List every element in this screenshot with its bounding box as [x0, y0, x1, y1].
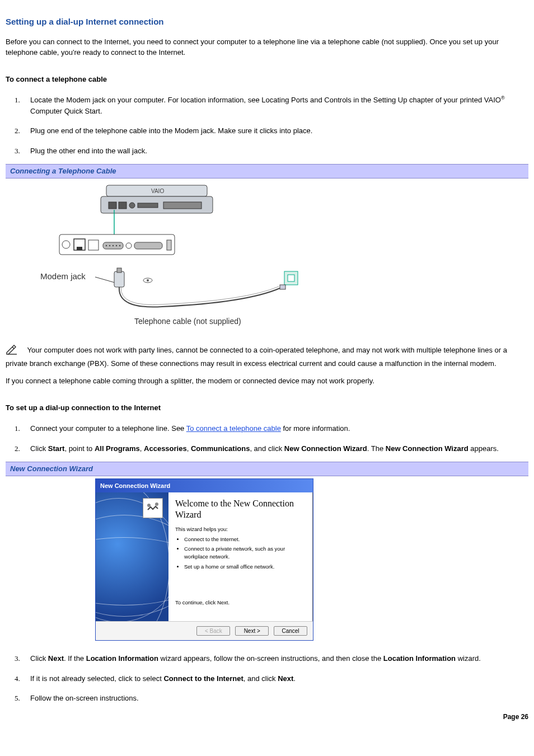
svg-rect-7	[163, 202, 202, 209]
step-text-post: for more information.	[281, 424, 350, 433]
svg-rect-28	[280, 285, 285, 289]
svg-rect-4	[119, 202, 127, 209]
svg-point-33	[155, 503, 158, 506]
wizard-titlebar: New Connection Wizard	[96, 479, 313, 493]
wizard-bullet: Connect to the Internet.	[184, 536, 306, 543]
section-1-heading: To connect a telephone cable	[6, 74, 528, 85]
svg-point-30	[147, 279, 149, 281]
page-title: Setting up a dial-up Internet connection	[6, 16, 528, 29]
note-text: Your computer does not work with party l…	[6, 346, 507, 368]
step-number: 3.	[15, 653, 20, 664]
figure-1-caption-bar: Connecting a Telephone Cable	[6, 164, 528, 179]
modem-jack-label: Modem jack	[40, 271, 86, 281]
svg-rect-6	[138, 203, 158, 208]
wizard-bullet: Connect to a private network, such as yo…	[184, 545, 306, 561]
svg-text:VAIO: VAIO	[151, 188, 164, 194]
step-text: Follow the on-screen instructions.	[30, 694, 139, 702]
t: . If the	[64, 654, 86, 663]
t: wizard appears, follow the on-screen ins…	[158, 654, 383, 663]
step-text: Locate the Modem jack on your computer. …	[30, 96, 501, 104]
step-number: 5.	[15, 693, 20, 704]
figure-1-illustration: VAIO Modem jack	[34, 181, 528, 335]
step-number: 1.	[15, 423, 20, 434]
t: New Connection Wizard	[386, 444, 469, 453]
t: Next	[278, 674, 293, 683]
next-button[interactable]: Next >	[235, 626, 269, 636]
page-number: Page 26	[6, 712, 528, 722]
wizard-bullet-list: Connect to the Internet. Connect to a pr…	[175, 536, 306, 571]
t: appears.	[469, 444, 499, 453]
step-text: Connect your computer to a telephone lin…	[30, 424, 186, 433]
list-item: 3. Plug the other end into the wall jack…	[28, 141, 528, 161]
list-item: 1. Locate the Modem jack on your compute…	[28, 90, 528, 121]
laptop-icon: VAIO	[101, 185, 213, 213]
svg-rect-27	[288, 275, 294, 281]
t: Location Information	[383, 654, 456, 663]
svg-rect-3	[109, 202, 116, 209]
t: Start	[48, 444, 65, 453]
svg-rect-13	[88, 240, 99, 250]
svg-point-32	[147, 504, 151, 507]
step-number: 2.	[15, 443, 20, 454]
list-item: 3. Click Next. If the Location Informati…	[28, 649, 528, 669]
svg-rect-22	[167, 240, 171, 250]
svg-point-17	[113, 245, 114, 246]
note-pencil-icon	[6, 345, 21, 358]
t: , and click	[243, 674, 278, 683]
registered-mark: ®	[501, 95, 505, 101]
t: Communications	[191, 444, 250, 453]
back-button: < Back	[196, 626, 230, 636]
port-panel-icon	[59, 234, 175, 255]
section-2-list-continued: 3. Click Next. If the Location Informati…	[6, 649, 528, 708]
cable-label: Telephone cable (not supplied)	[134, 317, 241, 326]
wizard-help-text: This wizard helps you:	[175, 525, 306, 533]
note-paragraph-2: If you connect a telephone cable coming …	[6, 375, 528, 387]
note-paragraph-1: Your computer does not work with party l…	[6, 345, 528, 369]
t: Connect to the Internet	[163, 674, 243, 683]
list-item: 1. Connect your computer to a telephone …	[28, 419, 528, 439]
step-text: Plug the other end into the wall jack.	[30, 147, 147, 155]
step-text: Plug one end of the telephone cable into…	[30, 126, 312, 135]
t: Accessories	[144, 444, 187, 453]
wizard-main-panel: Welcome to the New Connection Wizard Thi…	[168, 492, 313, 621]
step-number: 4.	[15, 673, 20, 684]
svg-point-5	[129, 203, 135, 208]
t: .	[293, 674, 296, 683]
svg-rect-12	[77, 247, 82, 250]
t: New Connection Wizard	[284, 444, 367, 453]
wizard-dialog: New Connection Wizard Welcome to the New…	[95, 478, 313, 641]
t: Next	[48, 654, 64, 663]
svg-point-20	[126, 243, 132, 248]
svg-rect-21	[134, 242, 162, 249]
step-number: 3.	[15, 145, 20, 157]
t: ,	[140, 444, 144, 453]
svg-rect-24	[114, 271, 124, 287]
step-number: 2.	[15, 125, 20, 137]
svg-line-23	[95, 277, 115, 283]
t: Location Information	[86, 654, 158, 663]
svg-point-18	[116, 245, 117, 246]
wizard-continue-text: To continue, click Next.	[175, 599, 306, 607]
svg-point-10	[62, 241, 70, 248]
intro-paragraph: Before you can connect to the Internet, …	[6, 36, 528, 58]
cancel-button[interactable]: Cancel	[274, 626, 307, 636]
wizard-side-graphic	[96, 492, 168, 621]
svg-point-19	[119, 245, 120, 246]
step-number: 1.	[15, 95, 20, 106]
section-2-list: 1. Connect your computer to a telephone …	[6, 419, 528, 458]
t: , and click	[250, 444, 284, 453]
t: Click	[30, 654, 48, 663]
t: All Programs	[95, 444, 140, 453]
link-connect-telephone-cable[interactable]: To connect a telephone cable	[186, 424, 281, 433]
figure-2-caption-bar: New Connection Wizard	[6, 462, 528, 476]
cable-plug-icon	[114, 268, 124, 287]
t: ,	[187, 444, 191, 453]
svg-point-15	[106, 245, 107, 246]
list-item: 2. Plug one end of the telephone cable i…	[28, 121, 528, 141]
list-item: 2. Click Start, point to All Programs, A…	[28, 439, 528, 459]
t: Click	[30, 444, 48, 453]
wizard-handshake-icon	[143, 498, 163, 518]
wizard-footer: < Back Next > Cancel	[96, 621, 313, 640]
wizard-welcome-heading: Welcome to the New Connection Wizard	[175, 498, 306, 519]
t: wizard.	[456, 654, 481, 663]
